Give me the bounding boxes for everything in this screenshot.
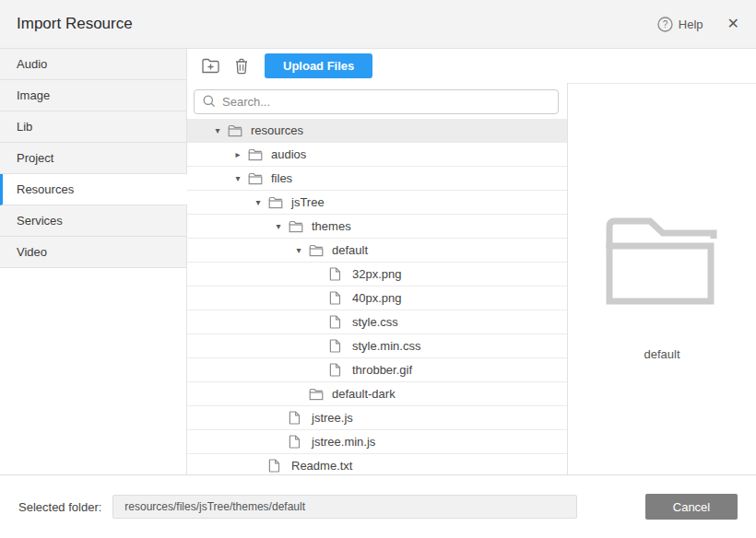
sidebar-item-lib[interactable]: Lib: [0, 111, 186, 143]
tree-row[interactable]: 32px.png: [187, 263, 567, 287]
tree-node-label: jstree.min.js: [312, 435, 375, 449]
tree-row[interactable]: style.min.css: [187, 334, 567, 358]
search-input[interactable]: [194, 89, 559, 114]
file-tree: ▾: [187, 119, 567, 474]
tree-node-label: audios: [271, 147, 306, 161]
file-icon: [329, 267, 346, 281]
tree-toggle-icon[interactable]: ▾: [231, 173, 244, 183]
tree-row[interactable]: ▾: [187, 167, 567, 191]
file-icon: [289, 411, 305, 425]
file-icon: [289, 435, 305, 449]
sidebar-item-label: Project: [17, 151, 53, 165]
tree-toggle-icon[interactable]: ▾: [211, 125, 224, 135]
toolbar: Upload Files: [187, 49, 756, 83]
tree-toggle-icon[interactable]: ▾: [272, 221, 285, 231]
page-title: Import Resource: [17, 15, 133, 33]
tree-node-label: themes: [312, 219, 351, 233]
help-button[interactable]: ? Help: [657, 17, 703, 32]
tree-node-label: jstree.js: [312, 411, 353, 425]
tree-node-label: files: [271, 171, 292, 185]
tree-row[interactable]: ▾: [187, 191, 567, 215]
sidebar-item-services[interactable]: Services: [0, 205, 186, 237]
tree-row[interactable]: ▾: [187, 239, 567, 263]
tree-node-label: jsTree: [291, 195, 325, 209]
new-folder-plus-icon: [201, 57, 220, 75]
tree-row[interactable]: ▾: [187, 215, 567, 239]
folder-icon: [309, 244, 325, 257]
close-icon[interactable]: ✕: [727, 17, 739, 31]
tree-row[interactable]: jstree.min.js: [187, 430, 567, 454]
sidebar-item-audio[interactable]: Audio: [0, 49, 186, 80]
tree-row[interactable]: default-dark: [187, 382, 567, 406]
upload-files-button[interactable]: Upload Files: [265, 53, 372, 78]
import-resource-dialog: Import Resource ? Help ✕ Audio Image Lib: [0, 0, 756, 538]
folder-icon: [268, 196, 285, 209]
tree-node-label: style.css: [352, 315, 398, 329]
tree-node-label: 40px.png: [352, 291, 402, 305]
folder-icon: [228, 124, 244, 137]
file-icon: [329, 339, 346, 353]
selected-folder-path[interactable]: [112, 495, 577, 519]
sidebar-item-label: Services: [17, 214, 63, 228]
file-icon: [329, 315, 346, 329]
tree-node-label: default-dark: [332, 387, 396, 401]
sidebar-item-label: Audio: [17, 57, 47, 71]
sidebar-item-label: Resources: [17, 182, 74, 196]
tree-node-label: style.min.css: [352, 339, 420, 353]
help-label: Help: [679, 18, 703, 31]
tree-node-label: 32px.png: [352, 267, 402, 281]
tree-node-label: default: [332, 243, 368, 257]
tree-row[interactable]: Readme.txt: [187, 454, 567, 474]
file-icon: [268, 459, 285, 473]
preview-pane: default: [568, 83, 756, 474]
search-icon: [202, 94, 217, 112]
preview-folder-icon: [606, 217, 718, 309]
new-folder-button[interactable]: [196, 53, 224, 79]
selected-folder-label: Selected folder:: [18, 500, 101, 514]
tree-node-label: throbber.gif: [352, 363, 412, 377]
tree-row[interactable]: 40px.png: [187, 287, 567, 310]
tree-node-label: Readme.txt: [291, 459, 352, 473]
dialog-header: Import Resource ? Help ✕: [0, 0, 756, 49]
tree-row[interactable]: jstree.js: [187, 406, 567, 430]
tree-row[interactable]: throbber.gif: [187, 358, 567, 382]
category-sidebar: Audio Image Lib Project Resources Servic…: [0, 49, 187, 474]
tree-toggle-icon[interactable]: ▾: [252, 197, 265, 207]
trash-icon: [233, 57, 250, 76]
sidebar-item-label: Video: [17, 245, 47, 259]
tree-row[interactable]: ▾: [187, 119, 567, 143]
folder-icon: [248, 148, 265, 161]
folder-icon: [309, 388, 325, 401]
tree-row[interactable]: ▸: [187, 143, 567, 167]
tree-toggle-icon[interactable]: ▾: [292, 245, 305, 255]
folder-icon: [248, 172, 265, 185]
cancel-button[interactable]: Cancel: [645, 494, 738, 520]
sidebar-item-video[interactable]: Video: [0, 237, 186, 268]
dialog-footer: Selected folder: Cancel: [0, 474, 756, 538]
help-circle-question-icon: ?: [657, 17, 673, 32]
preview-label: default: [644, 347, 679, 361]
delete-button[interactable]: [228, 53, 255, 79]
file-icon: [329, 363, 346, 377]
sidebar-item-image[interactable]: Image: [0, 80, 186, 111]
folder-icon: [289, 220, 305, 233]
file-icon: [329, 291, 346, 305]
tree-node-label: resources: [251, 123, 303, 137]
sidebar-item-project[interactable]: Project: [0, 143, 186, 174]
file-tree-pane: ▾: [187, 83, 568, 474]
tree-row[interactable]: style.css: [187, 310, 567, 334]
sidebar-item-label: Lib: [17, 120, 32, 134]
sidebar-item-resources[interactable]: Resources: [0, 174, 187, 205]
tree-toggle-icon[interactable]: ▸: [231, 149, 244, 159]
svg-text:?: ?: [663, 19, 668, 29]
sidebar-item-label: Image: [17, 88, 50, 102]
